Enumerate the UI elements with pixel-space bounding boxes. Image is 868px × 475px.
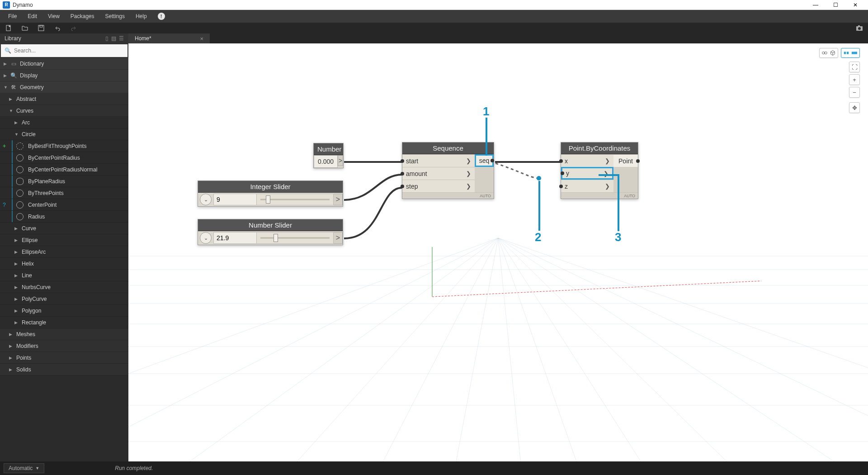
lib-label: Curves [14, 108, 33, 114]
port-amount[interactable]: amount❯ [402, 167, 475, 180]
menu-file[interactable]: File [3, 10, 22, 23]
lib-arc[interactable]: ▶Arc [0, 117, 128, 128]
collapse-icon[interactable]: ⌄ [200, 194, 212, 205]
undo-icon[interactable] [53, 24, 61, 32]
menu-settings[interactable]: Settings [100, 10, 130, 23]
lib-label: ByCenterPointRadius [26, 155, 80, 161]
close-button[interactable]: ✕ [845, 0, 865, 10]
circle-icon [16, 142, 24, 150]
node-integer-slider[interactable]: Integer Slider ⌄ 9 > [198, 180, 343, 207]
lib-display[interactable]: ▶🔍 Display [0, 70, 128, 81]
lib-polygon[interactable]: ▶Polygon [0, 305, 128, 317]
port-y[interactable]: y❯ [561, 167, 613, 180]
lib-bycenterradiusnormal[interactable]: ByCenterPointRadiusNormal [0, 164, 128, 176]
svg-rect-5 [858, 25, 860, 27]
port-step[interactable]: step❯ [402, 180, 475, 192]
graph-canvas[interactable]: Number 0.000 > Integer Slider ⌄ 9 > [128, 43, 868, 461]
lib-view-icon-3[interactable]: ☰ [119, 35, 124, 42]
lib-bycenterradius[interactable]: ByCenterPointRadius [0, 152, 128, 164]
slider-out[interactable]: > [334, 194, 343, 205]
view-3d-toggle[interactable] [819, 48, 838, 58]
port-label: y [566, 170, 569, 177]
lib-ellipse[interactable]: ▶Ellipse [0, 234, 128, 246]
save-file-icon[interactable] [37, 24, 45, 32]
run-mode-label: Automatic [9, 465, 33, 471]
lib-label: EllipseArc [20, 249, 46, 255]
collapse-icon[interactable]: ⌄ [200, 232, 212, 244]
library-search[interactable]: 🔍 [0, 44, 128, 57]
maximize-button[interactable]: ☐ [826, 0, 845, 10]
port-start[interactable]: start❯ [402, 154, 475, 167]
svg-rect-35 [852, 52, 857, 54]
minimize-button[interactable]: — [806, 0, 826, 10]
pan-icon[interactable]: ✥ [849, 102, 860, 113]
library-tree[interactable]: ▶▭ Dictionary ▶🔍 Display ▼🛠 Geometry ▶Ab… [0, 58, 128, 461]
lib-modifiers[interactable]: ▶Modifiers [0, 340, 128, 352]
camera-icon[interactable] [855, 24, 863, 32]
port-point[interactable]: Point [613, 154, 638, 167]
slider-value[interactable]: 21.9 [213, 232, 257, 244]
lib-view-icon-1[interactable]: ▯ [105, 35, 108, 42]
lib-circle[interactable]: ▼Circle [0, 128, 128, 140]
run-mode-dropdown[interactable]: Automatic ▼ [4, 463, 44, 473]
lib-polycurve[interactable]: ▶PolyCurve [0, 293, 128, 305]
node-number-slider[interactable]: Number Slider ⌄ 21.9 > [198, 219, 343, 245]
lib-view-icon-2[interactable]: ▤ [111, 35, 116, 42]
slider-out[interactable]: > [334, 232, 343, 244]
lib-label: Meshes [14, 331, 35, 337]
number-value[interactable]: 0.000 [314, 155, 338, 168]
zoom-out-icon[interactable]: − [849, 87, 860, 98]
port-z[interactable]: z❯ [561, 180, 613, 192]
close-icon[interactable]: × [200, 35, 203, 42]
lib-nurbscurve[interactable]: ▶NurbsCurve [0, 281, 128, 293]
lib-byplaneradius[interactable]: ByPlaneRadius [0, 176, 128, 187]
cube-icon [830, 50, 836, 56]
lib-meshes[interactable]: ▶Meshes [0, 328, 128, 340]
lib-label: ByBestFitThroughPoints [26, 143, 86, 149]
lib-rectangle[interactable]: ▶Rectangle [0, 317, 128, 328]
lib-line[interactable]: ▶Line [0, 270, 128, 281]
slider-track[interactable] [257, 232, 334, 244]
menu-help[interactable]: Help [130, 10, 152, 23]
redo-icon[interactable] [70, 24, 78, 32]
zoom-in-icon[interactable]: + [849, 74, 860, 85]
slider-track[interactable] [257, 194, 334, 205]
lib-centerpoint[interactable]: ?CenterPoint [0, 199, 128, 211]
open-file-icon[interactable] [21, 24, 29, 32]
menu-edit[interactable]: Edit [22, 10, 42, 23]
search-input[interactable] [14, 48, 124, 54]
alert-icon[interactable]: ! [158, 13, 165, 20]
node-title: Sequence [402, 142, 494, 154]
port-seq[interactable]: seq [475, 154, 494, 167]
window-title: Dynamo [13, 2, 806, 8]
canvas-view-toggles [819, 48, 860, 58]
circle-icon [16, 190, 24, 197]
svg-line-18 [287, 238, 498, 461]
lib-bythreepoints[interactable]: ByThreePoints [0, 187, 128, 199]
new-file-icon[interactable] [5, 24, 13, 32]
tab-home[interactable]: Home* × [128, 33, 210, 43]
lib-points[interactable]: ▶Points [0, 352, 128, 364]
lib-helix[interactable]: ▶Helix [0, 258, 128, 270]
lib-dictionary[interactable]: ▶▭ Dictionary [0, 58, 128, 70]
slider-value[interactable]: 9 [213, 194, 257, 205]
lib-solids[interactable]: ▶Solids [0, 364, 128, 375]
menu-packages[interactable]: Packages [65, 10, 100, 23]
lib-curve[interactable]: ▶Curve [0, 223, 128, 234]
node-number[interactable]: Number 0.000 > [313, 143, 344, 168]
lib-bybestfit[interactable]: +ByBestFitThroughPoints [0, 140, 128, 152]
fit-icon[interactable]: ⛶ [849, 62, 860, 72]
lib-radius[interactable]: Radius [0, 211, 128, 223]
view-graph-toggle[interactable] [841, 48, 860, 58]
node-sequence[interactable]: Sequence start❯ amount❯ step❯ seq AUTO [402, 142, 494, 199]
port-x[interactable]: x❯ [561, 154, 613, 167]
lib-curves[interactable]: ▼Curves [0, 105, 128, 117]
lib-abstract[interactable]: ▶Abstract [0, 93, 128, 105]
menu-view[interactable]: View [42, 10, 65, 23]
lib-ellipsearc[interactable]: ▶EllipseArc [0, 246, 128, 258]
lib-label: Circle [20, 131, 36, 138]
expand-button[interactable]: > [338, 155, 343, 166]
lib-label: Solids [14, 366, 31, 373]
lib-geometry[interactable]: ▼🛠 Geometry [0, 81, 128, 93]
node-point[interactable]: Point.ByCoordinates x❯ y❯ z❯ Point AUTO [561, 142, 638, 199]
